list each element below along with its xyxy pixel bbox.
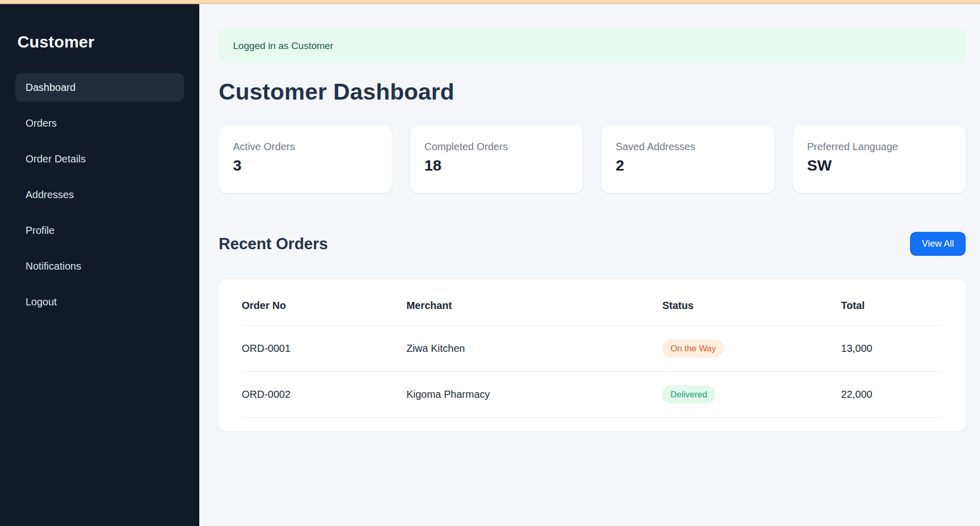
cell-merchant: Kigoma Pharmacy — [406, 372, 662, 418]
sidebar-item-dashboard[interactable]: Dashboard — [15, 73, 184, 102]
sidebar-item-notifications[interactable]: Notifications — [15, 252, 184, 280]
table-row: ORD-0001 Ziwa Kitchen On the Way 13,000 — [242, 326, 943, 372]
column-header-order-no: Order No — [242, 279, 406, 326]
sidebar-item-orders[interactable]: Orders — [15, 109, 184, 137]
stat-card-completed-orders: Completed Orders 18 — [410, 126, 584, 193]
sidebar-item-profile[interactable]: Profile — [15, 216, 184, 245]
sidebar-title: Customer — [15, 33, 184, 52]
sidebar-item-addresses[interactable]: Addresses — [15, 180, 184, 209]
stat-label: Active Orders — [233, 141, 378, 153]
stat-value: SW — [807, 157, 952, 174]
table-header-row: Order No Merchant Status Total — [242, 279, 943, 326]
cell-total: 13,000 — [841, 326, 943, 372]
login-status-banner: Logged in as Customer — [219, 30, 966, 62]
column-header-status: Status — [662, 279, 841, 326]
stat-value: 18 — [425, 157, 569, 174]
status-badge: On the Way — [662, 340, 724, 357]
recent-orders-table: Order No Merchant Status Total ORD-0001 … — [242, 279, 943, 418]
column-header-total: Total — [841, 279, 943, 326]
stat-card-saved-addresses: Saved Addresses 2 — [601, 126, 775, 193]
stat-value: 3 — [233, 157, 378, 174]
stat-value: 2 — [616, 157, 760, 174]
recent-orders-header: Recent Orders View All — [219, 232, 966, 256]
sidebar-item-order-details[interactable]: Order Details — [15, 145, 184, 173]
table-row: ORD-0002 Kigoma Pharmacy Delivered 22,00… — [242, 372, 943, 418]
column-header-merchant: Merchant — [406, 279, 662, 326]
cell-order-no: ORD-0001 — [242, 326, 406, 372]
recent-orders-table-card: Order No Merchant Status Total ORD-0001 … — [219, 279, 966, 431]
stat-card-active-orders: Active Orders 3 — [219, 126, 392, 193]
sidebar-nav: Dashboard Orders Order Details Addresses… — [15, 73, 184, 323]
cell-status: On the Way — [662, 326, 841, 372]
app-window: Customer Dashboard Orders Order Details … — [0, 4, 980, 526]
view-all-button[interactable]: View All — [910, 232, 966, 256]
sidebar-item-logout[interactable]: Logout — [15, 288, 184, 316]
recent-orders-title: Recent Orders — [219, 235, 328, 253]
stats-row: Active Orders 3 Completed Orders 18 Save… — [219, 126, 966, 193]
cell-status: Delivered — [662, 372, 841, 418]
stat-card-preferred-language: Preferred Language SW — [793, 126, 966, 193]
status-badge: Delivered — [662, 386, 715, 403]
main-content: Logged in as Customer Customer Dashboard… — [199, 4, 980, 526]
page-title: Customer Dashboard — [219, 79, 966, 105]
cell-merchant: Ziwa Kitchen — [406, 326, 662, 372]
cell-total: 22,000 — [841, 372, 943, 418]
stat-label: Saved Addresses — [616, 141, 760, 153]
sidebar: Customer Dashboard Orders Order Details … — [0, 4, 199, 526]
cell-order-no: ORD-0002 — [242, 372, 406, 418]
stat-label: Preferred Language — [807, 141, 952, 153]
top-accent-bar — [0, 0, 980, 4]
stat-label: Completed Orders — [425, 141, 569, 153]
